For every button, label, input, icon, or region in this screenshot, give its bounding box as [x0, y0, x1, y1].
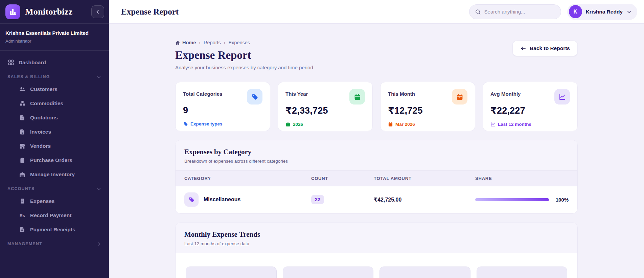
sidebar-item-vendors[interactable]: Vendors: [5, 139, 104, 153]
sidebar-item-payment-receipts[interactable]: Payment Receipts: [5, 223, 104, 237]
section-label: SALES & BILLING: [7, 74, 50, 79]
sidebar-section-accounts[interactable]: ACCOUNTS: [5, 182, 104, 194]
category-name: Miscellaneous: [204, 196, 240, 203]
content: Home › Reports › Expenses Expense Report…: [109, 24, 644, 278]
clipboard-icon: [19, 157, 26, 164]
card-subtitle: Breakdown of expenses across different c…: [184, 159, 569, 164]
sidebar-item-quotations[interactable]: Quotations: [5, 111, 104, 125]
chevron-left-icon: [95, 9, 101, 15]
stat-footer: Mar 2026: [395, 122, 415, 127]
sidebar-item-label: Customers: [30, 86, 58, 92]
company-role: Administrator: [5, 39, 104, 44]
trend-month-card: [477, 267, 568, 278]
section-label: ACCOUNTS: [7, 186, 34, 191]
chevron-down-icon: [626, 9, 632, 15]
search-icon: [475, 9, 481, 15]
breadcrumb-expenses: Expenses: [228, 40, 250, 45]
calendar-icon: [349, 89, 365, 105]
breadcrumb-separator: ›: [199, 40, 201, 45]
page-subtitle: Analyse your business expenses by catego…: [175, 65, 313, 70]
breadcrumb-reports[interactable]: Reports: [204, 40, 221, 45]
stat-footer: 2026: [293, 122, 303, 127]
breadcrumb-separator: ›: [224, 40, 226, 45]
stat-label: Total Categories: [183, 89, 222, 97]
card-title: Expenses by Category: [184, 148, 569, 156]
main-area: Expense Report K Krishna Reddy: [109, 0, 644, 278]
document-icon: [19, 114, 26, 121]
stat-cards: Total Categories 9 Expense types: [175, 82, 578, 131]
stat-footer: Last 12 months: [498, 122, 531, 127]
sidebar-item-label: Record Payment: [30, 212, 71, 218]
brand-header: Monitorbizz: [0, 0, 109, 24]
stat-footer: Expense types: [190, 121, 223, 126]
arrow-left-icon: [520, 45, 526, 51]
sidebar-nav: Dashboard SALES & BILLING Customers Comm…: [0, 51, 109, 278]
store-icon: [19, 143, 26, 149]
tag-icon: [183, 121, 188, 126]
total-amount: ₹42,725.00: [374, 196, 475, 203]
search-box: [469, 4, 561, 19]
trend-month-card: [283, 267, 374, 278]
home-icon: [175, 40, 180, 45]
stat-card-this-month: This Month ₹12,725 Mar 2026: [380, 82, 475, 131]
breadcrumb-home[interactable]: Home: [175, 40, 196, 45]
sidebar-item-purchase-orders[interactable]: Purchase Orders: [5, 153, 104, 167]
sidebar-item-invoices[interactable]: $ Invoices: [5, 125, 104, 139]
chevron-down-icon: [96, 186, 101, 191]
sidebar-section-sales-billing[interactable]: SALES & BILLING: [5, 70, 104, 82]
stat-card-total-categories: Total Categories 9 Expense types: [175, 82, 270, 131]
company-name: Krishna Essentials Private Limited: [5, 30, 104, 37]
user-menu[interactable]: K Krishna Reddy: [567, 4, 637, 20]
column-header-count: COUNT: [311, 176, 374, 181]
count-badge: 22: [311, 195, 324, 204]
column-header-share: SHARE: [475, 176, 569, 181]
sidebar-item-record-payment[interactable]: Rs Record Payment: [5, 208, 104, 223]
trend-month-cards: [186, 267, 567, 278]
warehouse-icon: [19, 171, 26, 178]
stat-card-avg-monthly: Avg Monthly ₹22,227 Last 12 months: [483, 82, 578, 131]
tag-icon: [184, 192, 199, 207]
app-logo: [5, 4, 20, 19]
file-receipt-icon: [19, 226, 26, 233]
trend-month-card: [380, 267, 470, 278]
sidebar-item-label: Dashboard: [19, 60, 46, 66]
calendar-icon: [285, 122, 291, 127]
grid-icon: [7, 59, 14, 66]
stat-card-this-year: This Year ₹2,33,725 2026: [278, 82, 373, 131]
stat-value: ₹2,33,725: [285, 105, 365, 116]
sidebar-item-label: Purchase Orders: [30, 157, 72, 163]
bar-chart-icon: [9, 8, 17, 16]
page-title: Expense Report: [175, 49, 313, 62]
sidebar-item-label: Payment Receipts: [30, 227, 75, 233]
brand-name: Monitorbizz: [25, 7, 87, 17]
receipt-icon: [19, 198, 26, 205]
sidebar-item-manage-inventory[interactable]: Manage Inventory: [5, 167, 104, 182]
sidebar-item-label: Quotations: [30, 115, 58, 121]
users-icon: [19, 86, 26, 93]
chevron-right-icon: [96, 241, 101, 247]
avatar: K: [569, 5, 582, 18]
stat-value: 9: [183, 105, 262, 116]
breadcrumb: Home › Reports › Expenses: [175, 40, 313, 45]
sidebar-item-label: Expenses: [30, 198, 54, 204]
topbar: Expense Report K Krishna Reddy: [109, 0, 644, 24]
card-subtitle: Last 12 months of expense data: [184, 241, 569, 246]
chevron-down-icon: [96, 74, 101, 79]
sidebar-item-customers[interactable]: Customers: [5, 82, 104, 96]
chart-line-icon: [490, 122, 496, 127]
table-row: Miscellaneous 22 ₹42,725.00 100%: [176, 186, 577, 213]
sidebar-item-commodities[interactable]: Commodities: [5, 96, 104, 111]
column-header-total-amount: TOTAL AMOUNT: [374, 176, 475, 181]
company-block: Krishna Essentials Private Limited Admin…: [0, 24, 109, 51]
back-to-reports-button[interactable]: Back to Reports: [512, 41, 578, 56]
sidebar-item-expenses[interactable]: Expenses: [5, 194, 104, 208]
invoice-icon: $: [19, 129, 26, 135]
sidebar-collapse-button[interactable]: [91, 5, 104, 18]
trend-month-card: [186, 267, 277, 278]
tag-icon: [247, 89, 262, 105]
stat-label: This Year: [285, 89, 308, 97]
search-input[interactable]: [484, 9, 555, 15]
sidebar-item-label: Manage Inventory: [30, 171, 75, 178]
sidebar-section-management[interactable]: MANAGEMENT: [5, 237, 104, 249]
sidebar-item-dashboard[interactable]: Dashboard: [5, 55, 104, 70]
